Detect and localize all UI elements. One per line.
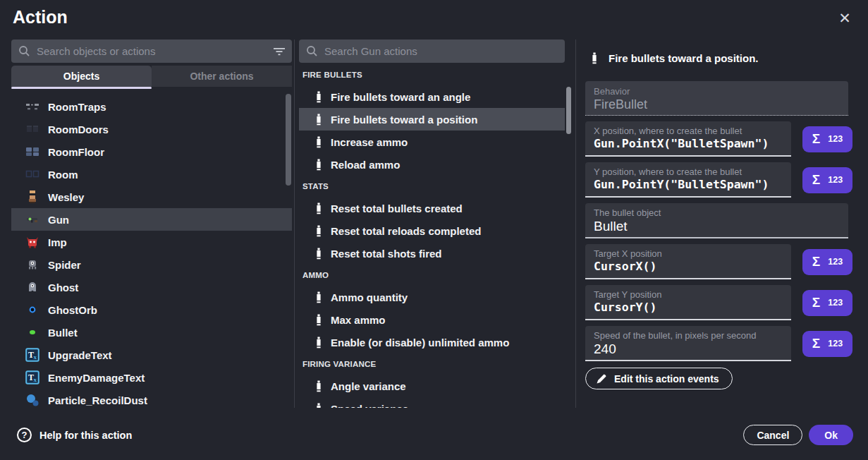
object-item-ghost[interactable]: Ghost (11, 276, 292, 298)
help-icon: ? (17, 428, 32, 442)
action-item[interactable]: Reset total shots fired (299, 242, 565, 265)
action-item[interactable]: Speed variance (299, 397, 565, 408)
action-label: Ammo quantity (331, 291, 408, 303)
bullet-action-icon (315, 380, 322, 392)
numeric-123-icon: 123 (828, 134, 843, 144)
object-list: RoomTrapsRoomDoorsRoomFloorRoomWesleyGun… (11, 95, 292, 408)
parameter-field[interactable]: Speed of the bullet, in pixels per secon… (585, 326, 791, 361)
action-item[interactable]: Increase ammo (299, 131, 565, 153)
actions-search-bar[interactable] (299, 40, 565, 63)
parameter-row: Target Y positionCursorY()Σ123 (585, 285, 853, 320)
numeric-123-icon: 123 (828, 339, 843, 349)
parameter-value[interactable]: Gun.PointX("BulletSpawn") (594, 137, 783, 150)
spider-icon (25, 258, 39, 272)
bullet-action-icon (315, 159, 322, 171)
action-item[interactable]: Reload ammo (299, 153, 565, 176)
cancel-button[interactable]: Cancel (743, 425, 802, 445)
object-label: Bullet (48, 327, 78, 339)
bullet-action-icon (315, 403, 322, 408)
parameter-field[interactable]: Target X positionCursorX() (585, 244, 791, 279)
action-item[interactable]: Reset total bullets created (299, 197, 565, 219)
action-item[interactable]: Fire bullets toward a position (299, 108, 565, 131)
object-item-room[interactable]: Room (11, 163, 292, 186)
action-label: Max ammo (331, 314, 386, 326)
object-item-roomtraps[interactable]: RoomTraps (11, 95, 292, 118)
sigma-icon: Σ (812, 254, 820, 270)
expression-editor-button[interactable]: Σ123 (802, 290, 852, 316)
object-label: GhostOrb (48, 304, 97, 316)
filter-icon[interactable] (274, 47, 285, 56)
action-label: Speed variance (331, 403, 408, 408)
object-label: Wesley (48, 191, 84, 203)
tab-objects[interactable]: Objects (11, 66, 152, 87)
action-label: Increase ammo (331, 136, 408, 148)
parameter-row: Y position, where to create the bulletGu… (585, 162, 853, 198)
action-item[interactable]: Fire bullets toward an angle (299, 85, 565, 108)
help-for-action[interactable]: ? Help for this action (17, 428, 132, 442)
parameter-field[interactable]: X position, where to create the bulletGu… (585, 121, 791, 157)
action-item[interactable]: Max ammo (299, 308, 565, 331)
object-item-gun[interactable]: Gun (11, 208, 292, 231)
action-group-header: FIRE BULLETS (299, 64, 565, 85)
objects-search-bar[interactable] (11, 40, 292, 63)
parameter-label: The bullet object (594, 207, 840, 218)
object-label: RoomTraps (48, 101, 106, 113)
edit-action-events-button[interactable]: Edit this action events (585, 368, 733, 389)
tab-other-actions[interactable]: Other actions (152, 66, 292, 87)
expression-editor-button[interactable]: Σ123 (802, 126, 852, 152)
bullet-action-icon (315, 225, 322, 237)
parameter-value[interactable]: CursorY() (594, 301, 783, 314)
behavior-label: Behavior (594, 86, 840, 97)
actions-search-input[interactable] (324, 45, 558, 57)
object-item-roomdoors[interactable]: RoomDoors (11, 118, 292, 140)
objects-tabs: ObjectsOther actions (11, 66, 292, 87)
action-item[interactable]: Angle variance (299, 375, 565, 397)
expression-editor-button[interactable]: Σ123 (802, 331, 852, 357)
parameter-value[interactable]: Gun.PointY("BulletSpawn") (594, 178, 783, 191)
object-item-upgradetext[interactable]: TxUpgradeText (11, 344, 292, 366)
ok-button[interactable]: Ok (809, 425, 853, 445)
parameter-value[interactable]: 240 (594, 341, 783, 357)
parameter-value[interactable]: Bullet (594, 219, 840, 234)
dialog-title: Action (13, 7, 68, 28)
actions-list-scrollbar[interactable] (566, 87, 571, 134)
object-item-roomfloor[interactable]: RoomFloor (11, 140, 292, 163)
object-item-bullet[interactable]: Bullet (11, 321, 292, 344)
action-item[interactable]: Enable (or disable) unlimited ammo (299, 331, 565, 353)
action-label: Reset total reloads completed (331, 225, 481, 237)
action-item[interactable]: Reset total reloads completed (299, 219, 565, 242)
parameter-field[interactable]: Target Y positionCursorY() (585, 285, 791, 320)
parameter-field[interactable]: Y position, where to create the bulletGu… (585, 162, 791, 198)
sigma-icon: Σ (812, 336, 820, 351)
object-item-ghostorb[interactable]: GhostOrb (11, 298, 292, 321)
parameter-row: Target X positionCursorX()Σ123 (585, 244, 853, 279)
action-item[interactable]: Ammo quantity (299, 286, 565, 308)
bullet-action-icon (315, 114, 322, 126)
action-label: Enable (or disable) unlimited ammo (331, 337, 509, 349)
object-label: Imp (48, 236, 67, 248)
object-item-imp[interactable]: Imp (11, 231, 292, 253)
object-item-wesley[interactable]: Wesley (11, 186, 292, 208)
action-label: Reload ammo (331, 159, 400, 171)
objects-search-input[interactable] (37, 45, 267, 57)
object-label: RoomDoors (48, 123, 109, 135)
bullet-action-icon (315, 337, 322, 349)
object-item-spider[interactable]: Spider (11, 253, 292, 276)
gun-icon (25, 212, 39, 226)
objects-list-scrollbar[interactable] (286, 94, 291, 186)
parameter-value[interactable]: CursorX() (594, 260, 783, 273)
roomdoors-icon (25, 122, 39, 136)
action-description: Fire bullets toward a position. (609, 52, 759, 64)
expression-editor-button[interactable]: Σ123 (802, 249, 852, 275)
object-item-enemydamagetext[interactable]: TxEnemyDamageText (11, 366, 292, 389)
expression-editor-button[interactable]: Σ123 (802, 167, 852, 193)
numeric-123-icon: 123 (828, 175, 843, 185)
pencil-icon (596, 373, 607, 385)
object-label: Ghost (48, 282, 78, 293)
wesley-icon (25, 190, 39, 204)
action-label: Angle variance (331, 380, 406, 392)
bulletdot-icon (25, 325, 39, 339)
object-item-particle_recoildust[interactable]: Particle_RecoilDust (11, 389, 292, 408)
parameter-field[interactable]: The bullet objectBullet (585, 203, 848, 238)
close-icon[interactable]: ✕ (836, 10, 853, 27)
